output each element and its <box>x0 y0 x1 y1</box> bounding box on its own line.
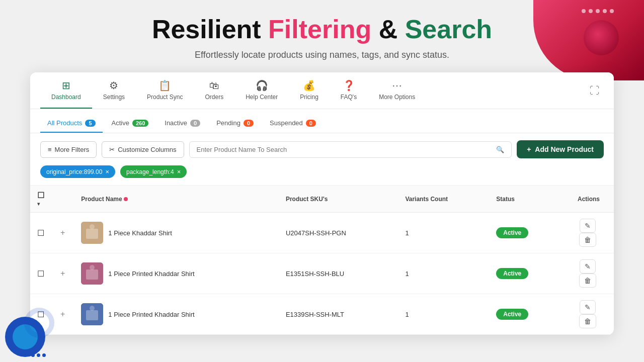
svg-point-8 <box>90 306 95 311</box>
filter-tag-package-length[interactable]: package_length:4 × <box>120 165 187 178</box>
col-header-actions: Actions <box>564 186 614 213</box>
table-row: ☐ + 1 Piece Printed Khaddar Shirt E1351S… <box>30 253 614 294</box>
nav-item-dashboard[interactable]: ⊞ Dashboard <box>40 72 92 109</box>
edit-button[interactable]: ✎ <box>580 219 596 233</box>
nav-item-settings[interactable]: ⚙ Settings <box>92 72 136 109</box>
tab-suspended-label: Suspended <box>270 119 303 127</box>
product-cell: 1 Piece Khaddar Shirt <box>81 222 272 244</box>
row-product-name-cell: 1 Piece Printed Khaddar Shirt <box>74 294 279 335</box>
svg-rect-4 <box>86 269 98 280</box>
dashboard-icon: ⊞ <box>62 79 70 92</box>
sort-dot-icon <box>124 196 128 203</box>
row-expand-cell: + <box>51 294 74 335</box>
col-header-product-name: Product Name <box>74 186 279 213</box>
tab-pending[interactable]: Pending 0 <box>209 115 261 133</box>
filter-tag-package-length-text: package_length:4 <box>126 168 174 175</box>
nav-item-faqs[interactable]: ❓ FAQ's <box>330 72 368 109</box>
select-all-checkbox[interactable]: ☐ <box>37 191 44 200</box>
row-expand-cell: + <box>51 253 74 294</box>
filter-tag-package-length-close[interactable]: × <box>177 168 181 175</box>
app-window: ⊞ Dashboard ⚙ Settings 📋 Product Sync 🛍 … <box>30 72 614 335</box>
row-checkbox[interactable]: ☐ <box>37 269 44 278</box>
hero-title-mid: & <box>371 15 405 44</box>
col-header-expand <box>51 186 74 213</box>
hero-title-plain: Resilient <box>152 15 268 44</box>
add-new-product-button[interactable]: + Add New Product <box>517 140 604 158</box>
search-icon[interactable]: 🔍 <box>496 146 504 153</box>
product-sync-icon: 📋 <box>158 79 171 92</box>
filter-tag-original-price[interactable]: original_price:899.00 × <box>40 165 115 178</box>
row-variants-cell: 1 <box>398 253 489 294</box>
orders-icon: 🛍 <box>209 80 219 92</box>
filter-tag-original-price-close[interactable]: × <box>105 168 109 175</box>
product-sku: E1339SH-SSH-MLT <box>286 311 344 318</box>
products-table-wrap: ☐ ▾ Product Name Product SKU's Variants … <box>30 185 614 335</box>
row-sku-cell: E1351SH-SSH-BLU <box>279 253 398 294</box>
nav-item-pricing[interactable]: 💰 Pricing <box>289 72 330 109</box>
row-actions-cell: ✎ 🗑 <box>564 253 614 294</box>
customize-columns-button[interactable]: ✂ Customize Columns <box>102 141 184 158</box>
col-header-sku: Product SKU's <box>279 186 398 213</box>
row-expand-button[interactable]: + <box>58 269 67 278</box>
row-expand-cell: + <box>51 213 74 253</box>
nav-label-settings: Settings <box>103 94 125 101</box>
product-thumb-svg <box>81 222 103 244</box>
more-filters-label: More Filters <box>55 146 90 153</box>
fullscreen-icon[interactable]: ⛶ <box>586 81 604 101</box>
nav-item-product-sync[interactable]: 📋 Product Sync <box>136 72 194 109</box>
nav-label-dashboard: Dashboard <box>51 94 81 101</box>
product-sku: U2047SH-SSH-PGN <box>286 229 346 237</box>
filter-tag-original-price-text: original_price:899.00 <box>46 168 102 175</box>
products-table: ☐ ▾ Product Name Product SKU's Variants … <box>30 185 614 335</box>
product-thumb-svg <box>81 262 103 285</box>
hero-title: Resilient Filtering & Search <box>30 15 614 44</box>
edit-button[interactable]: ✎ <box>580 259 596 274</box>
chevron-down-icon[interactable]: ▾ <box>37 201 40 207</box>
delete-button[interactable]: 🗑 <box>579 233 596 247</box>
hero-title-green: Search <box>405 15 492 44</box>
product-thumbnail <box>81 222 103 244</box>
tab-suspended-badge: 0 <box>306 120 316 127</box>
svg-rect-1 <box>86 229 98 239</box>
help-center-icon: 🎧 <box>256 79 268 92</box>
row-status-cell: Active <box>489 253 564 294</box>
delete-button[interactable]: 🗑 <box>579 314 596 328</box>
product-cell: 1 Piece Printed Khaddar Shirt <box>81 262 272 285</box>
row-product-name-cell: 1 Piece Printed Khaddar Shirt <box>74 253 279 294</box>
status-badge: Active <box>496 309 528 320</box>
row-variants-cell: 1 <box>398 213 489 253</box>
tab-suspended[interactable]: Suspended 0 <box>263 115 323 133</box>
product-thumbnail <box>81 262 103 285</box>
status-badge: Active <box>496 227 528 238</box>
product-name: 1 Piece Printed Khaddar Shirt <box>108 270 194 278</box>
nav-label-pricing: Pricing <box>300 94 318 101</box>
customize-icon: ✂ <box>109 146 115 153</box>
col-header-status: Status <box>489 186 564 213</box>
row-expand-button[interactable]: + <box>58 228 67 237</box>
row-expand-button[interactable]: + <box>58 310 67 319</box>
table-row: ☐ + 1 Piece Khaddar Shirt U2047SH-SSH-PG… <box>30 213 614 253</box>
nav-label-orders: Orders <box>205 94 223 101</box>
edit-button[interactable]: ✎ <box>580 300 596 314</box>
pricing-icon: 💰 <box>303 79 315 92</box>
product-sku: E1351SH-SSH-BLU <box>286 270 344 278</box>
row-checkbox[interactable]: ☐ <box>37 229 44 237</box>
delete-button[interactable]: 🗑 <box>579 274 596 288</box>
nav-item-more-options[interactable]: ⋯ More Options <box>368 72 426 109</box>
tab-inactive[interactable]: Inactive 0 <box>157 115 207 133</box>
more-options-icon: ⋯ <box>392 79 402 92</box>
nav-item-help-center[interactable]: 🎧 Help Center <box>234 72 289 109</box>
blob-decoration <box>5 317 45 357</box>
more-filters-button[interactable]: ≡ More Filters <box>40 141 97 158</box>
nav-label-more-options: More Options <box>379 94 415 101</box>
tab-active-badge: 260 <box>132 120 148 127</box>
product-cell: 1 Piece Printed Khaddar Shirt <box>81 303 272 325</box>
tab-all-products[interactable]: All Products 5 <box>40 115 103 133</box>
search-input[interactable] <box>197 146 493 153</box>
row-actions-cell: ✎ 🗑 <box>564 213 614 253</box>
nav-bar: ⊞ Dashboard ⚙ Settings 📋 Product Sync 🛍 … <box>30 72 614 109</box>
table-row: ☐ + 1 Piece Printed Khaddar Shirt E1339S… <box>30 294 614 335</box>
svg-point-5 <box>90 265 95 270</box>
nav-item-orders[interactable]: 🛍 Orders <box>194 73 234 109</box>
tab-active[interactable]: Active 260 <box>105 115 156 133</box>
